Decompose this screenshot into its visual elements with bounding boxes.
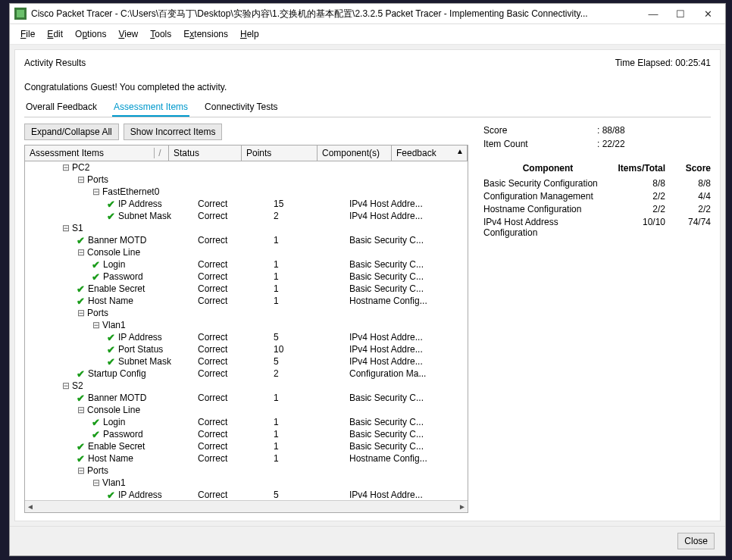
scroll-left-icon[interactable]: ◄ [27, 502, 34, 511]
col-status[interactable]: Status [169, 145, 242, 161]
tree-row[interactable]: ⊟Ports [25, 307, 468, 319]
tab-assessment-items[interactable]: Assessment Items [112, 100, 189, 117]
menu-options[interactable]: Options [70, 27, 111, 41]
collapse-icon[interactable]: ⊟ [77, 308, 86, 318]
collapse-icon[interactable]: ⊟ [92, 477, 101, 488]
check-icon: ✔ [107, 356, 115, 368]
points-text: 1 [274, 271, 279, 282]
close-window-button[interactable]: ✕ [701, 7, 715, 20]
col-score: Score [665, 163, 711, 174]
component-name: Configuration Management [483, 191, 612, 202]
tree-row[interactable]: ✔Banner MOTDCorrect1Basic Security C... [25, 392, 468, 404]
tree-label: Password [103, 429, 143, 440]
tree-row[interactable]: ⊟Vlan1 [25, 477, 468, 489]
points-text: 1 [274, 283, 279, 294]
tree-row[interactable]: ⊟Ports [25, 174, 468, 186]
show-incorrect-button[interactable]: Show Incorrect Items [124, 124, 223, 140]
collapse-icon[interactable]: ⊟ [92, 320, 101, 330]
scroll-right-icon[interactable]: ► [458, 502, 466, 511]
component-score: 4/4 [665, 191, 711, 202]
collapse-icon[interactable]: ⊟ [77, 174, 86, 185]
collapse-icon[interactable]: ⊟ [61, 162, 70, 173]
status-text: Correct [198, 199, 227, 209]
tree-label: Vlan1 [102, 320, 126, 330]
tree-row[interactable]: ⊟Console Line [25, 246, 468, 258]
horizontal-scrollbar[interactable]: ◄ ► [25, 500, 468, 512]
titlebar[interactable]: Cisco Packet Tracer - C:\Users\百变马丁\Desk… [10, 4, 725, 24]
check-icon: ✔ [107, 199, 115, 210]
tree-row[interactable]: ⊟Ports [25, 465, 468, 477]
col-components[interactable]: Component(s) [318, 145, 392, 161]
menu-file[interactable]: File [16, 27, 39, 41]
menu-view[interactable]: View [114, 27, 142, 41]
collapse-icon[interactable]: ⊟ [61, 380, 70, 391]
col-points[interactable]: Points [242, 145, 318, 161]
tree-row[interactable]: ✔IP AddressCorrect5IPv4 Host Addre... [25, 489, 468, 501]
tab-overall-feedback[interactable]: Overall Feedback [24, 100, 99, 117]
menu-extensions[interactable]: Extensions [179, 27, 233, 41]
tree-row[interactable]: ✔LoginCorrect1Basic Security C... [25, 258, 468, 271]
check-icon: ✔ [107, 344, 115, 355]
status-text: Correct [198, 441, 227, 452]
tree-row[interactable]: ✔Enable SecretCorrect1Basic Security C..… [25, 440, 468, 452]
tree-row[interactable]: ⊟Vlan1 [25, 319, 468, 331]
grid-header: Assessment Items / Status Points Compone… [24, 145, 468, 161]
tree-row[interactable]: ✔PasswordCorrect1Basic Security C... [25, 271, 468, 283]
status-text: Correct [198, 429, 227, 440]
points-text: 1 [274, 235, 279, 246]
collapse-icon[interactable]: ⊟ [92, 186, 101, 197]
col-feedback[interactable]: Feedback▲ [392, 145, 468, 161]
tree-label: Banner MOTD [88, 393, 146, 403]
tree-row[interactable]: ✔IP AddressCorrect5IPv4 Host Addre... [25, 331, 468, 343]
component-text: Basic Security C... [349, 441, 424, 452]
tree-row[interactable]: ✔LoginCorrect1Basic Security C... [25, 416, 468, 428]
points-text: 1 [274, 417, 279, 427]
tab-bar: Overall Feedback Assessment Items Connec… [24, 100, 711, 117]
tree-row[interactable]: ✔Banner MOTDCorrect1Basic Security C... [25, 234, 468, 246]
points-text: 5 [274, 490, 279, 500]
tree-label: Subnet Mask [118, 356, 171, 367]
collapse-icon[interactable]: ⊟ [77, 465, 86, 476]
maximize-button[interactable]: ☐ [674, 7, 687, 20]
tree-row[interactable]: ⊟FastEthernet0 [25, 186, 468, 198]
tree-row[interactable]: ✔Host NameCorrect1Hostname Config... [25, 452, 468, 465]
tab-connectivity-tests[interactable]: Connectivity Tests [203, 100, 280, 117]
status-text: Correct [198, 235, 227, 246]
collapse-icon[interactable]: ⊟ [77, 405, 86, 415]
menu-help[interactable]: Help [236, 27, 264, 41]
tree-row[interactable]: ⊟S1 [25, 222, 468, 234]
collapse-icon[interactable]: ⊟ [77, 247, 86, 258]
component-items: 2/2 [612, 191, 665, 202]
close-button[interactable]: Close [677, 533, 715, 549]
summary-panel: Score: 88/88 Item Count: 22/22 Component… [483, 124, 711, 513]
menu-edit[interactable]: Edit [42, 27, 67, 41]
expand-collapse-button[interactable]: Expand/Collapse All [24, 124, 119, 140]
status-text: Correct [198, 490, 227, 500]
collapse-icon[interactable]: ⊟ [61, 223, 70, 233]
tree-row[interactable]: ✔Enable SecretCorrect1Basic Security C..… [25, 283, 468, 295]
tree-row[interactable]: ✔Startup ConfigCorrect2Configuration Ma.… [25, 368, 468, 380]
menubar: File Edit Options View Tools Extensions … [10, 24, 725, 45]
menu-tools[interactable]: Tools [145, 27, 176, 41]
component-text: Hostname Config... [349, 296, 427, 306]
tree-row[interactable]: ✔Subnet MaskCorrect2IPv4 Host Addre... [25, 210, 468, 222]
assessment-tree[interactable]: ⊟PC2⊟Ports⊟FastEthernet0✔IP AddressCorre… [25, 161, 468, 512]
check-icon: ✔ [92, 259, 100, 271]
tree-row[interactable]: ✔Subnet MaskCorrect5IPv4 Host Addre... [25, 355, 468, 368]
footer: Close [10, 526, 725, 555]
tree-row[interactable]: ✔Host NameCorrect1Hostname Config... [25, 295, 468, 307]
app-icon [14, 8, 27, 20]
tree-row[interactable]: ⊟S2 [25, 380, 468, 392]
tree-row[interactable]: ⊟Console Line [25, 404, 468, 416]
tree-row[interactable]: ✔PasswordCorrect1Basic Security C... [25, 428, 468, 440]
tree-row[interactable]: ✔IP AddressCorrect15IPv4 Host Addre... [25, 198, 468, 210]
check-icon: ✔ [77, 235, 85, 246]
component-score: 2/2 [665, 204, 711, 214]
tree-row[interactable]: ⊟PC2 [25, 161, 468, 174]
col-assessment-items[interactable]: Assessment Items / [25, 145, 169, 161]
points-text: 2 [274, 211, 279, 221]
component-text: Basic Security C... [349, 271, 424, 282]
tree-row[interactable]: ✔Port StatusCorrect10IPv4 Host Addre... [25, 343, 468, 355]
component-text: Basic Security C... [349, 429, 424, 440]
minimize-button[interactable]: — [646, 7, 660, 20]
